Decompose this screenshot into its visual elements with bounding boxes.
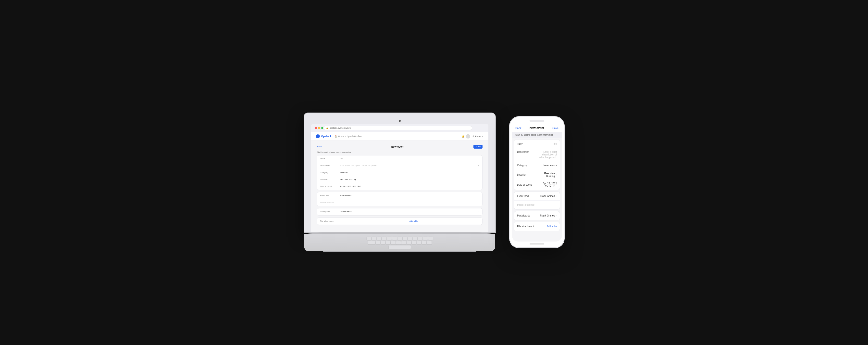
- participants-row[interactable]: Participants Frank Grimes ›: [317, 208, 482, 215]
- breadcrumb-item[interactable]: Splash Nuclear: [347, 135, 362, 138]
- category-row[interactable]: Category Near miss ›: [317, 169, 482, 176]
- category-label: Category: [320, 171, 340, 174]
- phone-file-row[interactable]: File attachment Add a file: [514, 222, 560, 231]
- phone-participants-label: Participants: [517, 214, 537, 217]
- key[interactable]: [408, 237, 412, 240]
- key[interactable]: [391, 241, 396, 245]
- key[interactable]: [423, 237, 428, 240]
- laptop-screen: 🔒 opslock.io/events/new Opslock 🏠: [311, 124, 488, 232]
- phone-category-value: Near miss: [537, 164, 555, 167]
- key[interactable]: [413, 237, 417, 240]
- basic-info-card: Title * Title Description Enter a brief …: [317, 155, 483, 190]
- home-label[interactable]: Home: [338, 135, 344, 138]
- phone-description-row[interactable]: Description Enter a brief description of…: [514, 148, 560, 161]
- url-text: opslock.io/events/new: [330, 127, 351, 129]
- title-input[interactable]: Title: [340, 158, 479, 160]
- event-lead-chevron-icon: ›: [556, 194, 557, 198]
- event-lead-chevron-icon: ›: [478, 194, 479, 197]
- user-label[interactable]: Hi, Frank: [472, 135, 481, 138]
- participants-value: Frank Grimes: [340, 211, 478, 213]
- key[interactable]: [376, 241, 380, 245]
- phone-location-row[interactable]: Location Executive Building ›: [514, 170, 560, 180]
- spacebar[interactable]: [389, 246, 411, 249]
- save-button[interactable]: Save: [473, 145, 483, 149]
- category-chevron-icon: ›: [478, 171, 479, 174]
- participants-chevron-icon: ›: [556, 214, 557, 218]
- key[interactable]: [398, 237, 402, 240]
- phone-participants-card: Participants Frank Grimes ›: [514, 211, 560, 221]
- file-card: File attachment Add a file: [317, 218, 483, 225]
- key[interactable]: [412, 241, 416, 245]
- location-chevron-icon: ›: [556, 173, 557, 176]
- phone-date-label: Date of event: [517, 183, 537, 186]
- home-icon: 🏠: [335, 135, 337, 138]
- phone-initial-response-row[interactable]: Initial Response: [514, 201, 560, 209]
- notification-icon[interactable]: 🔔: [462, 135, 464, 138]
- form-title: New event: [391, 145, 404, 148]
- key[interactable]: [368, 241, 375, 245]
- key[interactable]: [396, 241, 401, 245]
- keyboard: [304, 234, 495, 251]
- lock-icon: 🔒: [326, 127, 329, 129]
- key[interactable]: [403, 237, 407, 240]
- phone-title-row[interactable]: Title * Title: [514, 140, 560, 148]
- file-row[interactable]: File attachment Add a file: [317, 218, 482, 225]
- phone-description-input[interactable]: Enter a brief description of what happen…: [537, 150, 557, 159]
- description-row[interactable]: Description Enter a brief description of…: [317, 162, 482, 169]
- logo-text: Opslock: [321, 135, 332, 138]
- date-value: Apr 28, 2022 15:17 EDT: [340, 185, 479, 187]
- title-row[interactable]: Title * Title: [317, 155, 482, 162]
- home-indicator: [530, 243, 544, 245]
- key[interactable]: [422, 241, 426, 245]
- app-header: Opslock 🏠 Home › Splash Nuclear 🔔 Hi, Fr…: [311, 132, 488, 141]
- title-label: Title *: [320, 158, 340, 160]
- date-row[interactable]: Date of event Apr 28, 2022 15:17 EDT: [317, 183, 482, 190]
- phone-category-row[interactable]: Category Near miss ▾: [514, 161, 560, 170]
- key[interactable]: [392, 237, 397, 240]
- description-chevron-icon: ▾: [478, 164, 479, 167]
- phone-shell: Back New event Save Start by adding basi…: [510, 117, 564, 248]
- event-lead-row[interactable]: Event lead Frank Grimes ›: [317, 192, 482, 199]
- key[interactable]: [381, 241, 385, 245]
- initial-response-row[interactable]: Initial Response: [317, 199, 482, 206]
- back-button[interactable]: Back: [317, 145, 322, 148]
- phone-event-lead-row[interactable]: Event lead Frank Grimes ›: [514, 192, 560, 201]
- user-chevron-icon: ▾: [482, 135, 484, 138]
- category-dropdown-icon[interactable]: ▾: [556, 164, 557, 167]
- url-bar[interactable]: 🔒 opslock.io/events/new: [323, 126, 472, 130]
- key[interactable]: [367, 237, 371, 240]
- key[interactable]: [377, 237, 381, 240]
- nav-header: Opslock 🏠 Home › Splash Nuclear: [316, 134, 362, 138]
- location-value: Executive Building: [340, 178, 478, 180]
- participants-card: Participants Frank Grimes ›: [317, 208, 483, 215]
- phone-save-button[interactable]: Save: [552, 126, 558, 130]
- phone-date-row[interactable]: Date of event Apr 28, 2022 15:17 EDT: [514, 180, 560, 190]
- phone-subtitle: Start by adding basic event information: [512, 132, 562, 138]
- form-header: Back New event Save: [317, 145, 483, 149]
- key[interactable]: [417, 241, 421, 245]
- phone-notch: [530, 120, 544, 122]
- key[interactable]: [372, 237, 376, 240]
- avatar: [466, 134, 470, 139]
- key[interactable]: [407, 241, 411, 245]
- phone-back-button[interactable]: Back: [515, 126, 521, 130]
- description-input[interactable]: Enter a brief description of what happen…: [340, 164, 478, 167]
- add-file-button[interactable]: Add a file: [409, 220, 479, 222]
- event-lead-label: Event lead: [320, 195, 340, 197]
- phone-participants-row[interactable]: Participants Frank Grimes ›: [514, 211, 560, 220]
- laptop-form-area: Back New event Save Start by adding basi…: [311, 141, 488, 231]
- key[interactable]: [401, 241, 406, 245]
- key[interactable]: [382, 237, 386, 240]
- key[interactable]: [428, 237, 433, 240]
- key[interactable]: [387, 237, 392, 240]
- phone-add-file-button[interactable]: Add a file: [537, 225, 557, 228]
- key[interactable]: [386, 241, 391, 245]
- scene: 🔒 opslock.io/events/new Opslock 🏠: [262, 93, 606, 252]
- phone-file-card: File attachment Add a file: [514, 222, 560, 231]
- key[interactable]: [427, 241, 432, 245]
- phone-title-input[interactable]: Title: [537, 142, 557, 145]
- phone-file-label: File attachment: [517, 225, 537, 228]
- key[interactable]: [418, 237, 423, 240]
- phone-date-value: Apr 28, 2022 15:17 EDT: [537, 182, 557, 188]
- location-row[interactable]: Location Executive Building ›: [317, 176, 482, 183]
